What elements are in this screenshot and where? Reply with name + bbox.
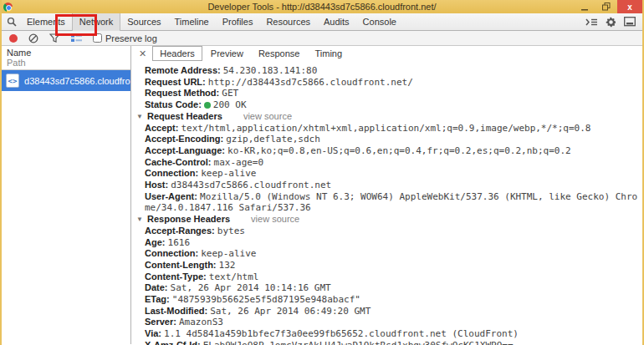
header-line-server: Server: AmazonS3 (145, 317, 639, 328)
tab-headers[interactable]: Headers (152, 46, 202, 61)
header-line-accept-language: Accept-Language: ko-KR,ko;q=0.8,en-US;q=… (145, 145, 639, 157)
header-line-etag: ETag: "4875939b56625e5f5d87195e948abacf" (145, 294, 639, 306)
request-row-selected[interactable]: <> d38443sd7c5866.cloudfro... (2, 70, 130, 91)
tab-console[interactable]: Console (356, 13, 403, 31)
header-line-date: Date: Sat, 26 Apr 2014 10:14:16 GMT (145, 282, 639, 294)
network-toolbar: Preserve log (2, 31, 642, 46)
devtools-tab-bar: Elements Network Sources Timeline Profil… (2, 13, 642, 31)
header-line-age: Age: 1616 (145, 237, 639, 249)
view-source-link[interactable]: view source (251, 214, 299, 224)
header-line-via: Via: 1.1 4d5841a459b1bfec7f3a0ee99fb6565… (145, 328, 639, 340)
header-line-request-url: Request URL: http://d38443sd7c5866.cloud… (145, 77, 639, 89)
console-drawer-icon[interactable] (585, 18, 598, 27)
name-column-label: Name (7, 48, 130, 58)
header-line-request-method: Request Method: GET (145, 88, 639, 99)
dock-side-icon[interactable] (624, 17, 636, 27)
tab-sources[interactable]: Sources (120, 13, 167, 31)
record-button[interactable] (9, 34, 18, 43)
header-line-connection: Connection: keep-alive (145, 168, 639, 180)
tab-timeline[interactable]: Timeline (168, 13, 216, 31)
search-icon[interactable] (7, 17, 17, 27)
title-bar: Developer Tools - http://d38443sd7c5866.… (2, 0, 642, 13)
tab-network[interactable]: Network (72, 13, 120, 31)
requests-sidebar: Name Path <> d38443sd7c5866.cloudfro... (2, 46, 131, 344)
preserve-log-checkbox[interactable] (93, 33, 102, 43)
tab-timing[interactable]: Timing (308, 47, 349, 60)
close-detail-icon[interactable]: ✕ (135, 48, 151, 59)
tab-profiles[interactable]: Profiles (216, 13, 260, 31)
requests-column-header[interactable]: Name Path (2, 46, 130, 70)
tab-audits[interactable]: Audits (317, 13, 356, 31)
detail-tab-bar: ✕ Headers Preview Response Timing (131, 46, 642, 61)
headers-content: Remote Address: 54.230.183.141:80 Reques… (131, 61, 642, 345)
disclosure-triangle-icon: ▼ (136, 216, 143, 223)
settings-gear-icon[interactable] (606, 17, 616, 28)
header-line-content-type: Content-Type: text/html (145, 271, 639, 283)
tab-response[interactable]: Response (252, 47, 307, 60)
header-line-host: Host: d38443sd7c5866.cloudfront.net (145, 180, 639, 191)
header-line-connection-resp: Connection: keep-alive (145, 248, 639, 260)
header-line-accept-ranges: Accept-Ranges: bytes (145, 226, 639, 237)
tab-resources[interactable]: Resources (259, 13, 317, 31)
header-line-status-code: Status Code:200 OK (145, 99, 639, 111)
window-title: Developer Tools - http://d38443sd7c5866.… (2, 2, 642, 12)
preserve-log-toggle[interactable]: Preserve log (93, 33, 157, 43)
document-icon: <> (6, 74, 19, 88)
status-green-dot-icon (204, 102, 211, 109)
filter-funnel-icon[interactable] (49, 33, 60, 43)
tab-elements[interactable]: Elements (20, 13, 72, 31)
request-name: d38443sd7c5866.cloudfro... (24, 76, 130, 86)
preserve-log-label: Preserve log (105, 33, 157, 43)
devtools-window: Developer Tools - http://d38443sd7c5866.… (0, 0, 644, 345)
header-line-content-length: Content-Length: 132 (145, 260, 639, 271)
header-line-remote-address: Remote Address: 54.230.183.141:80 (145, 65, 639, 77)
header-line-x-amz-cf-id: X-Amz-Cf-Id: ELab9WJeO8P-1omcVzrAkLU4Jwa… (145, 340, 639, 345)
tab-preview[interactable]: Preview (204, 47, 250, 60)
header-line-user-agent: User-Agent: Mozilla/5.0 (Windows NT 6.3;… (145, 191, 639, 214)
header-line-last-modified: Last-Modified: Sat, 26 Apr 2014 06:49:20… (145, 306, 639, 317)
header-line-accept: Accept: text/html,application/xhtml+xml,… (145, 123, 639, 134)
response-headers-section-header[interactable]: ▼ Response Headers view source (136, 214, 639, 226)
request-detail-panel: ✕ Headers Preview Response Timing Remote… (131, 46, 642, 344)
request-headers-section-header[interactable]: ▼ Request Headers view source (136, 111, 639, 123)
path-column-label: Path (7, 58, 130, 68)
clear-icon[interactable] (28, 33, 38, 43)
header-line-accept-encoding: Accept-Encoding: gzip,deflate,sdch (145, 134, 639, 145)
large-rows-icon[interactable] (71, 33, 82, 43)
header-line-cache-control: Cache-Control: max-age=0 (145, 157, 639, 169)
disclosure-triangle-icon: ▼ (136, 113, 143, 120)
view-source-link[interactable]: view source (243, 111, 292, 121)
